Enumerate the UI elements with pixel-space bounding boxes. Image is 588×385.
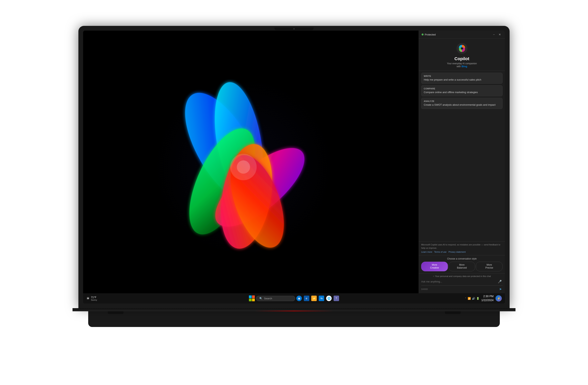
clock-time: 2:30 PM xyxy=(481,295,494,298)
laptop-foot-right xyxy=(445,311,461,314)
privacy-link[interactable]: Privacy statement xyxy=(448,250,465,254)
laptop-foot-left xyxy=(108,311,124,314)
minimize-button[interactable]: − xyxy=(492,33,496,37)
suggestion-label-analyze: Analyze xyxy=(424,100,500,102)
weather-condition: Sunny xyxy=(91,299,97,301)
system-clock[interactable]: 2:30 PM 1/22/2024 xyxy=(481,295,494,302)
taskbar-icon-edge[interactable]: e xyxy=(304,296,309,301)
copilot-logo xyxy=(456,43,468,54)
taskbar-app-icons: ◉ e 📁 🛍 🌐 T xyxy=(296,296,339,301)
chat-input-row: 🎤 xyxy=(421,279,503,286)
chat-area: ○ Your personal and company data are pro… xyxy=(419,273,505,293)
taskbar-left: ☀ 71°F Sunny xyxy=(86,296,97,301)
taskbar-icon-store[interactable]: 🛍 xyxy=(319,296,324,301)
bing-logo: Bing xyxy=(462,65,467,68)
terms-link[interactable]: Terms of use xyxy=(434,250,446,254)
suggestion-text-compare: Compare online and offline marketing str… xyxy=(424,90,500,94)
copilot-title: Copilot xyxy=(455,56,469,61)
tray-battery: 🔋 xyxy=(476,297,479,300)
svg-point-10 xyxy=(461,47,463,50)
suggestion-card-compare[interactable]: Compare Compare online and offline marke… xyxy=(421,85,503,96)
tray-volume: 🔊 xyxy=(472,297,475,300)
camera-notch xyxy=(274,27,314,30)
disclaimer-links: Learn more Terms of use Privacy statemen… xyxy=(421,250,503,254)
window-controls: − ✕ xyxy=(492,33,502,37)
learn-more-link[interactable]: Learn more xyxy=(421,250,432,254)
chat-footer: 0/4000 ➤ xyxy=(421,286,503,292)
clock-date: 1/22/2024 xyxy=(481,298,494,302)
camera-dot xyxy=(293,28,295,30)
suggestion-label-compare: Compare xyxy=(424,87,500,90)
tray-wifi: 📶 xyxy=(468,297,471,300)
weather-temp: 71°F xyxy=(91,296,97,299)
search-placeholder: Search xyxy=(264,297,272,300)
laptop-base xyxy=(88,311,500,327)
style-buttons: MoreCreative MoreBalanced MorePrecise xyxy=(421,262,503,271)
suggestion-text-write: Help me prepare and write a successful s… xyxy=(424,78,500,82)
disclaimer-text: Microsoft Copilot uses AI to respond, so… xyxy=(421,243,500,249)
wallpaper-svg xyxy=(155,79,332,255)
search-bar[interactable]: 🔍 Search xyxy=(256,296,295,301)
laptop-hinge xyxy=(73,308,515,311)
suggestion-text-analyze: Create a SWOT analysis about environment… xyxy=(424,103,500,107)
system-tray: ⌃ 📶 🔊 🔋 xyxy=(465,297,479,300)
taskbar-copilot-icon[interactable]: ◉ xyxy=(296,296,302,301)
disclaimer: Microsoft Copilot uses AI to respond, so… xyxy=(419,241,505,255)
svg-point-8 xyxy=(237,160,250,174)
copilot-subtitle: Your everyday AI companion with Bing xyxy=(447,62,477,68)
style-precise-button[interactable]: MorePrecise xyxy=(476,262,503,271)
char-count: 0/4000 xyxy=(421,288,428,290)
red-accent xyxy=(255,311,333,311)
bing-badge: with Bing xyxy=(457,65,467,68)
weather-widget[interactable]: ☀ 71°F Sunny xyxy=(86,296,97,301)
suggestion-card-write[interactable]: Write Help me prepare and write a succes… xyxy=(421,73,503,84)
screen-area: Protected − ✕ xyxy=(83,31,505,303)
close-button[interactable]: ✕ xyxy=(497,33,502,37)
laptop-feet xyxy=(88,311,480,314)
tray-chevron[interactable]: ⌃ xyxy=(465,297,466,300)
taskbar-right: ⌃ 📶 🔊 🔋 2:30 PM 1/22/2024 ⚡ xyxy=(465,295,502,302)
windows-logo[interactable] xyxy=(249,295,255,301)
chat-input[interactable] xyxy=(421,280,496,283)
style-balanced-button[interactable]: MoreBalanced xyxy=(449,262,475,271)
send-button[interactable]: ➤ xyxy=(498,286,503,292)
taskbar-icon-teams[interactable]: T xyxy=(334,296,339,301)
protected-badge: Protected xyxy=(421,33,436,36)
copilot-panel: Protected − ✕ xyxy=(419,31,505,293)
taskbar-icon-files[interactable]: 📁 xyxy=(311,296,317,301)
laptop-wrapper: Protected − ✕ xyxy=(59,26,529,359)
shield-icon xyxy=(421,34,423,36)
style-creative-button[interactable]: MoreCreative xyxy=(421,262,448,271)
mic-button[interactable]: 🎤 xyxy=(497,279,503,284)
suggestion-card-analyze[interactable]: Analyze Create a SWOT analysis about env… xyxy=(421,98,503,109)
weather-icon: ☀ xyxy=(86,296,90,301)
weather-info: 71°F Sunny xyxy=(91,296,97,301)
protected-note: ○ Your personal and company data are pro… xyxy=(421,275,503,277)
taskbar: ☀ 71°F Sunny xyxy=(83,293,505,303)
conv-style-title: Choose a conversation style xyxy=(421,257,503,260)
protected-label: Protected xyxy=(425,33,436,36)
copilot-taskbar-button[interactable]: ⚡ xyxy=(496,295,502,301)
copilot-titlebar: Protected − ✕ xyxy=(419,31,505,39)
search-icon: 🔍 xyxy=(259,297,262,300)
laptop-screen-bezel: Protected − ✕ xyxy=(78,26,510,308)
copilot-header: Copilot Your everyday AI companion with … xyxy=(419,39,505,71)
conv-style-section: Choose a conversation style MoreCreative… xyxy=(419,255,505,273)
suggestions-area: Write Help me prepare and write a succes… xyxy=(419,71,505,241)
suggestion-label-write: Write xyxy=(424,75,500,77)
taskbar-icon-chrome[interactable]: 🌐 xyxy=(326,296,332,301)
taskbar-center: 🔍 Search ◉ e 📁 🛍 🌐 T xyxy=(249,295,339,301)
